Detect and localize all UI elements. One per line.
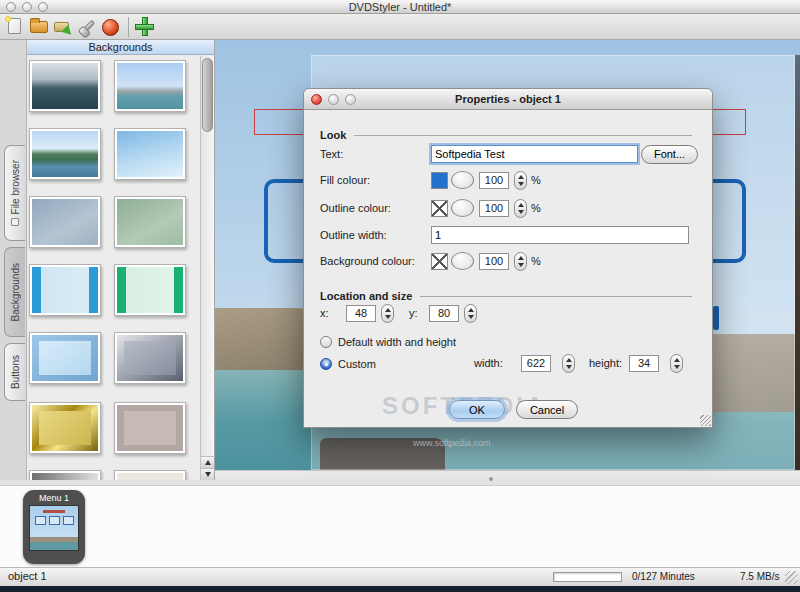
stepper-down-icon xyxy=(385,315,391,319)
height-input[interactable]: 34 xyxy=(629,355,659,372)
background-thumbnail-green-blur[interactable] xyxy=(114,196,186,248)
y-stepper[interactable] xyxy=(464,304,477,323)
stepper-up-icon xyxy=(518,175,524,179)
xy-row: x: 48 y: 80 xyxy=(320,303,477,323)
background-thumbnail-blue-bars[interactable] xyxy=(29,264,101,316)
window-title: DVDStyler - Untitled* xyxy=(0,1,800,13)
menu-1-thumbnail[interactable]: Menu 1 xyxy=(23,490,85,564)
width-input[interactable]: 622 xyxy=(521,355,551,372)
app-window: DVDStyler - Untitled* File br xyxy=(0,0,800,592)
background-thumbnail-coast-bay[interactable] xyxy=(114,60,186,112)
y-input[interactable]: 80 xyxy=(429,305,459,322)
fill-opacity-stepper[interactable] xyxy=(514,171,527,190)
thumbnail-frame-center xyxy=(124,341,176,375)
background-thumbnail-blue-frame[interactable] xyxy=(29,332,101,384)
open-project-button[interactable] xyxy=(28,16,50,38)
outline-opacity-input[interactable]: 100 xyxy=(479,200,509,217)
look-section-header: Look xyxy=(320,125,692,145)
background-thumbnail-gold-frame[interactable] xyxy=(29,402,101,454)
background-thumbnail-light-strip[interactable] xyxy=(114,470,186,480)
outline-colour-label: Outline colour: xyxy=(320,202,431,214)
save-project-button[interactable] xyxy=(52,16,74,38)
width-stepper[interactable] xyxy=(562,354,575,373)
text-input[interactable] xyxy=(431,145,638,163)
new-project-button[interactable] xyxy=(4,16,26,38)
background-thumbnail-grey-blur[interactable] xyxy=(29,196,101,248)
thumbnail-frame-center xyxy=(39,411,91,445)
x-input[interactable]: 48 xyxy=(346,305,376,322)
thumbnail-image xyxy=(117,335,183,381)
outline-opacity-stepper[interactable] xyxy=(514,199,527,218)
burn-button[interactable] xyxy=(100,16,122,38)
menu-1-label: Menu 1 xyxy=(23,493,85,503)
background-thumbnail-grey-strip[interactable] xyxy=(29,470,101,480)
height-stepper[interactable] xyxy=(670,354,683,373)
background-opacity-input[interactable]: 100 xyxy=(479,253,509,270)
background-colour-swatch-none[interactable] xyxy=(431,253,448,270)
scrollbar-down-button[interactable] xyxy=(201,468,215,480)
cancel-button[interactable]: Cancel xyxy=(516,400,578,419)
stepper-up-icon xyxy=(518,256,524,260)
menu-text-fragment xyxy=(713,306,719,330)
font-button[interactable]: Font... xyxy=(641,145,698,164)
background-thumbnail-green-bars[interactable] xyxy=(114,264,186,316)
tab-backgrounds[interactable]: Backgrounds xyxy=(4,247,25,337)
fill-colour-picker-button[interactable] xyxy=(451,171,474,189)
outline-width-input[interactable] xyxy=(431,226,689,244)
background-opacity-stepper[interactable] xyxy=(514,252,527,271)
dialog-minimize-icon[interactable] xyxy=(328,94,339,105)
section-divider xyxy=(420,296,692,297)
status-bar: object 1 0/127 Minutes 7.5 MB/s xyxy=(0,567,800,586)
x-stepper[interactable] xyxy=(381,304,394,323)
background-thumbnail-blue-sky[interactable] xyxy=(114,128,186,180)
scrollbar-thumb[interactable] xyxy=(202,58,213,132)
stepper-up-icon xyxy=(674,358,680,362)
stepper-up-icon xyxy=(385,308,391,312)
outline-colour-swatch-none[interactable] xyxy=(431,200,448,217)
text-label: Text: xyxy=(320,148,431,160)
thumbnail-frame-center xyxy=(39,341,91,375)
new-star-icon xyxy=(5,16,11,22)
custom-size-row: Custom width: 622 height: 34 xyxy=(320,354,694,374)
outline-colour-picker-button[interactable] xyxy=(451,199,474,217)
fill-opacity-unit: % xyxy=(531,174,541,186)
tab-file-browser[interactable]: File browser xyxy=(4,145,25,241)
height-label: height: xyxy=(589,357,622,369)
resize-grip-icon[interactable] xyxy=(785,571,798,584)
status-minutes: 0/127 Minutes xyxy=(632,571,695,582)
scrollbar-up-button[interactable] xyxy=(201,456,215,468)
dialog-close-icon[interactable] xyxy=(311,94,322,105)
background-thumbnail-lake-forest[interactable] xyxy=(29,128,101,180)
add-file-button[interactable] xyxy=(135,17,155,37)
default-size-label: Default width and height xyxy=(338,336,456,348)
fill-colour-swatch[interactable] xyxy=(431,172,448,189)
background-thumbnail-noise-frame[interactable] xyxy=(114,402,186,454)
background-thumbnail-grid xyxy=(27,56,200,480)
backgrounds-panel-header: Backgrounds xyxy=(27,40,214,55)
fill-opacity-input[interactable]: 100 xyxy=(479,172,509,189)
ok-button[interactable]: OK xyxy=(449,400,505,419)
canvas-watermark: www.softpedia.com xyxy=(413,438,491,448)
settings-button[interactable] xyxy=(76,16,98,38)
dialog-titlebar: Properties - object 1 xyxy=(304,89,712,110)
custom-size-radio[interactable] xyxy=(320,358,332,370)
backgrounds-panel: Backgrounds xyxy=(26,40,215,480)
tab-buttons[interactable]: Buttons xyxy=(4,343,25,401)
tab-backgrounds-label: Backgrounds xyxy=(10,263,21,321)
dialog-zoom-icon[interactable] xyxy=(345,94,356,105)
fill-colour-row: Fill colour: 100 % xyxy=(320,170,541,190)
sidebar-scrollbar[interactable] xyxy=(200,56,214,480)
stepper-down-icon xyxy=(566,365,572,369)
thumbnail-image xyxy=(32,63,98,109)
outline-opacity-unit: % xyxy=(531,202,541,214)
default-size-radio[interactable] xyxy=(320,336,332,348)
menu-preview-button xyxy=(35,516,46,525)
default-size-row: Default width and height xyxy=(320,332,456,352)
arrow-up-icon xyxy=(205,460,211,465)
background-colour-picker-button[interactable] xyxy=(451,252,474,270)
background-thumbnail-silver-frame[interactable] xyxy=(114,332,186,384)
window-titlebar: DVDStyler - Untitled* xyxy=(0,0,800,14)
dialog-resize-grip[interactable] xyxy=(700,415,711,426)
background-thumbnail-stormy-sea[interactable] xyxy=(29,60,101,112)
tab-buttons-label: Buttons xyxy=(10,355,21,389)
